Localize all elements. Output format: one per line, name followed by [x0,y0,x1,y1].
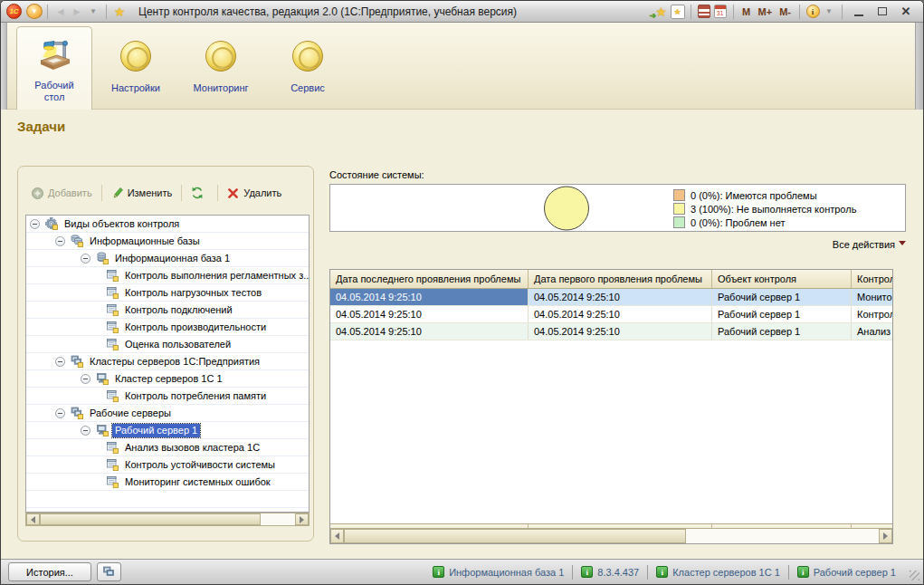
collapse-toggle-icon[interactable] [55,357,65,367]
tree-horizontal-scrollbar[interactable] [25,513,310,526]
tree-item[interactable]: Контроль нагрузочных тестов [26,284,309,302]
all-actions-button[interactable]: Все действия [329,239,906,250]
tree-item[interactable]: Контроль устойчивости системы [26,456,309,474]
tree-item[interactable]: Контроль подключений [26,302,309,319]
add-button[interactable]: Добавить [27,185,97,202]
cell-control[interactable]: Мониторин [852,289,892,305]
cell-object[interactable]: Рабочий сервер 1 [712,323,852,340]
refresh-button[interactable] [186,184,213,202]
table-row[interactable]: 04.05.2014 9:25:10 04.05.2014 9:25:10 Ра… [330,323,892,340]
system-state-box: 0 (0%): Имеются проблемы 3 (100%): Не вы… [329,184,906,232]
favorites-star-icon[interactable]: ★ [111,3,128,21]
scrollbar-thumb[interactable] [344,529,686,543]
delete-button[interactable]: Удалить [223,185,286,202]
cell-first-date[interactable]: 04.05.2014 9:25:10 [529,306,712,322]
cell-first-date[interactable]: 04.05.2014 9:25:10 [529,323,712,340]
cell-control[interactable]: Анализ вы [852,323,892,340]
tree-item[interactable]: Информационные базы [26,233,309,250]
tab-monitoring[interactable]: Мониторинг [182,23,260,110]
tree-item[interactable]: Контроль производительности [26,319,309,336]
tree-item[interactable]: Рабочий сервер 1 [26,422,309,439]
goto-favorite-button[interactable]: ★➜ [653,3,670,21]
status-item-server[interactable]: i Рабочий сервер 1 [797,566,896,578]
memory-add-button[interactable]: M+ [755,3,776,21]
tab-service[interactable]: Сервис [269,23,347,110]
divider [842,5,843,19]
scroll-right-icon[interactable] [295,513,309,525]
forward-button[interactable]: ► [69,3,85,21]
status-item-version[interactable]: i 8.3.4.437 [581,566,639,578]
cell-control[interactable]: Контроль у [852,306,892,322]
tree-item[interactable]: Рабочие серверы [26,405,309,422]
cell-first-date[interactable]: 04.05.2014 9:25:10 [529,289,712,305]
tree-item-label: Рабочие серверы [87,407,174,420]
close-button[interactable]: ✕ [898,3,914,21]
scroll-right-icon[interactable] [879,529,892,543]
cell-last-date[interactable]: 04.05.2014 9:25:10 [330,289,529,305]
tree-item[interactable]: Анализ вызовов кластера 1С [26,439,309,456]
info-button[interactable]: i [805,3,821,21]
column-header-object[interactable]: Объект контроля [712,270,852,288]
tree-item[interactable]: Кластеры серверов 1С:Предприятия [26,353,309,370]
cell-object[interactable]: Рабочий сервер 1 [712,289,852,305]
history-button[interactable]: История... [8,562,91,581]
collapse-toggle-icon[interactable] [81,426,90,436]
tree-item[interactable]: Оценка пользователей [26,336,309,353]
table-row[interactable]: 04.05.2014 9:25:10 04.05.2014 9:25:10 Ра… [330,306,892,323]
tab-service-label: Сервис [291,82,325,94]
main-menu-button[interactable]: ▼ [26,4,43,19]
calendar-button[interactable]: 31 [712,3,729,21]
status-item-cluster[interactable]: i Кластер серверов 1С 1 [656,566,780,578]
collapse-toggle-icon[interactable] [55,408,65,418]
info-icon: i [656,566,668,578]
tree-item[interactable]: Контроль потребления памяти [26,388,309,405]
cell-object[interactable]: Рабочий сервер 1 [712,306,852,322]
memory-recall-button[interactable]: M [738,3,755,21]
info-dropdown-icon[interactable]: ▼ [821,3,837,21]
title-bar: 1С ▼ ◄ ► ▼ ★ Центр контроля качества, ре… [1,1,923,23]
collapse-toggle-icon[interactable] [55,236,65,246]
scrollbar-thumb[interactable] [40,513,261,525]
scrollbar-track[interactable] [261,513,295,525]
column-header-first-date[interactable]: Дата первого проявления проблемы [529,270,712,288]
add-favorite-button[interactable]: ★ [670,3,686,21]
collapse-toggle-icon[interactable] [30,219,40,229]
tab-desktop[interactable]: Рабочий стол [16,26,92,110]
tree-item[interactable]: Контроль выполнения регламентных з... [26,267,309,284]
refresh-icon [191,187,204,199]
resize-grip[interactable] [910,571,919,580]
table-row[interactable]: 04.05.2014 9:25:10 04.05.2014 9:25:10 Ра… [330,289,892,306]
column-header-control[interactable]: Контрольн [852,270,892,288]
cell-last-date[interactable]: 04.05.2014 9:25:10 [330,323,529,340]
tree-item[interactable]: Мониторинг системных ошибок [26,474,309,491]
calculator-button[interactable] [696,3,712,21]
scrollbar-track[interactable] [686,529,879,543]
scroll-left-icon[interactable] [330,529,344,543]
history-dropdown-icon[interactable]: ▼ [85,3,101,21]
calculator-icon [698,5,710,18]
collapse-toggle-icon[interactable] [81,374,90,384]
tree-item[interactable]: Виды объектов контроля [26,216,309,233]
tree-item-label: Анализ вызовов кластера 1С [122,441,262,455]
status-link-label: Кластер серверов 1С 1 [672,567,780,578]
show-servers-button[interactable] [97,562,121,581]
minimize-button[interactable] [851,3,867,21]
chevron-down-icon [899,241,906,249]
divider [47,5,48,19]
cell-last-date[interactable]: 04.05.2014 9:25:10 [330,306,529,322]
column-header-last-date[interactable]: Дата последнего проявления проблемы [330,270,529,288]
tab-monitoring-label: Мониторинг [193,82,248,94]
memory-subtract-button[interactable]: M- [776,3,795,21]
info-icon: i [433,566,444,578]
status-bar: История... i Информационная база 1 i 8.3… [1,559,923,584]
collapse-toggle-icon[interactable] [81,254,90,264]
maximize-button[interactable] [874,3,891,21]
scroll-left-icon[interactable] [26,513,40,525]
tab-settings[interactable]: Настройки [97,23,175,110]
back-button[interactable]: ◄ [52,3,69,21]
edit-button[interactable]: Изменить [107,185,177,202]
table-horizontal-scrollbar[interactable] [330,528,892,543]
status-item-infobase[interactable]: i Информационная база 1 [433,566,564,578]
tree-item[interactable]: Информационная база 1 [26,250,309,267]
tree-item[interactable]: Кластер серверов 1С 1 [26,370,309,388]
